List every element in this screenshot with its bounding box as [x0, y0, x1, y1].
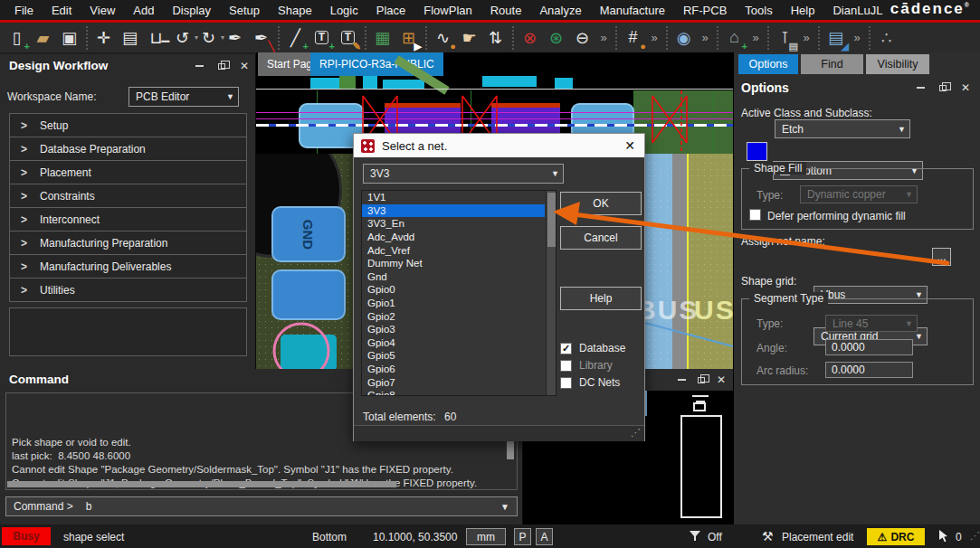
dc-nets-checkbox[interactable]: DC Nets — [560, 376, 625, 389]
move-icon[interactable]: ✛ — [90, 25, 117, 51]
window-restore-icon[interactable] — [698, 377, 705, 383]
menu-item[interactable]: DianLuJL — [823, 4, 891, 17]
ok-button[interactable]: OK — [560, 192, 642, 215]
checkbox-box[interactable] — [560, 360, 572, 372]
share-icon[interactable]: ∴ — [873, 25, 899, 51]
layer-color-swatch[interactable] — [747, 142, 767, 161]
browse-nets-button[interactable]: ... — [932, 248, 951, 266]
net-list-item[interactable]: Adc_Avdd — [362, 231, 545, 244]
workflow-item[interactable]: > Manufacturing Preparation — [9, 231, 247, 255]
net-list-item[interactable]: Gpio6 — [362, 363, 545, 376]
angle-field[interactable]: 0.0000 — [825, 339, 913, 355]
checkbox-box[interactable]: ✓ — [560, 343, 572, 354]
net-list-item[interactable]: Adc_Vref — [362, 243, 545, 257]
menu-item[interactable]: File — [5, 4, 43, 17]
net-list-item[interactable]: Gpio4 — [362, 336, 545, 350]
unpin-icon[interactable]: ✒ ╲ — [248, 25, 274, 51]
window-close-icon[interactable]: ✕ — [240, 61, 249, 71]
database-checkbox[interactable]: ✓ Database — [560, 342, 625, 354]
workflow-item[interactable]: > Setup — [9, 113, 247, 137]
redo-icon[interactable]: ↻ ▾ — [195, 25, 222, 51]
window-close-icon[interactable]: ✕ — [961, 82, 970, 93]
edit-mode-label[interactable]: Placement edit — [782, 531, 853, 543]
menu-item[interactable]: Tools — [736, 4, 781, 17]
a-button[interactable]: A — [536, 528, 553, 545]
copy-icon[interactable]: ▤ — [117, 25, 143, 51]
window-restore-icon[interactable] — [939, 85, 947, 91]
net-list-item[interactable]: Gpio0 — [362, 283, 545, 297]
edit-text-icon[interactable]: T ✎ — [335, 25, 361, 51]
more-chevron-icon[interactable]: » — [595, 25, 612, 51]
net-list-item[interactable]: Gpio8 — [362, 389, 545, 396]
zoom-out-icon[interactable]: ⊖ — [569, 25, 595, 51]
more-chevron-icon[interactable]: » — [849, 25, 865, 51]
menu-item[interactable]: RF-PCB — [674, 4, 736, 17]
ratsnest-components-icon[interactable]: ⊛ — [543, 25, 569, 51]
design-workflow-titlebar[interactable]: Design Workflow ✕ — [0, 54, 256, 78]
menu-item[interactable]: Add — [124, 4, 163, 17]
net-list-item[interactable]: Dummy Net — [362, 257, 545, 270]
filter-funnel-icon[interactable] — [690, 531, 701, 543]
ratsnest-all-icon[interactable]: ⊗ — [517, 25, 543, 51]
menu-item[interactable]: Route — [481, 4, 531, 17]
chip-pointer-icon[interactable]: ⊞ ▶ — [395, 25, 422, 51]
menu-item[interactable]: Setup — [220, 4, 269, 17]
open-icon[interactable]: ▰ — [30, 25, 56, 51]
net-list-item[interactable]: Gpio5 — [362, 349, 545, 363]
command-history-dropdown-icon[interactable]: ▼ — [500, 502, 509, 512]
menu-item[interactable]: Edit — [43, 4, 81, 17]
scrollbar-thumb[interactable] — [547, 193, 556, 247]
net-list-scrollbar[interactable] — [546, 191, 556, 395]
board-icon[interactable]: ▦ — [369, 25, 395, 51]
workflow-item[interactable]: > Manufacturing Deliverables — [9, 254, 247, 279]
more-chevron-icon[interactable]: » — [646, 25, 662, 51]
window-close-icon[interactable]: ✕ — [717, 374, 726, 385]
arc-radius-field[interactable]: 0.0000 — [825, 362, 913, 378]
menu-item[interactable]: FlowPlan — [414, 4, 480, 17]
resize-grip-icon[interactable]: ⋰ — [631, 427, 641, 439]
shape-add-icon[interactable]: ⌂ + — [721, 25, 747, 51]
workflow-item[interactable]: > Database Preparation — [9, 137, 247, 161]
net-list[interactable]: 1V1 3V3 3V3_En Adc_Avdd Adc_Vref — [361, 190, 557, 396]
window-restore-icon[interactable] — [218, 63, 225, 70]
menu-item[interactable]: Logic — [321, 4, 367, 17]
net-list-item[interactable]: Gnd — [362, 270, 545, 284]
cancel-button[interactable]: Cancel — [560, 226, 642, 250]
net-combobox[interactable]: 3V3 ▼ — [363, 164, 564, 184]
net-list-item[interactable]: 3V3 — [362, 204, 545, 218]
options-titlebar[interactable]: Options ✕ — [734, 76, 980, 99]
menu-item[interactable]: View — [81, 4, 124, 17]
menu-item[interactable]: Help — [782, 4, 824, 17]
delete-icon[interactable]: ⊔ ▔ — [143, 25, 169, 51]
more-chevron-icon[interactable]: » — [747, 25, 764, 51]
drill-legend-icon[interactable]: ⊺ ▤ — [772, 25, 798, 51]
net-list-item[interactable]: Gpio1 — [362, 297, 545, 310]
net-list-item[interactable]: Gpio3 — [362, 323, 545, 336]
grid-icon[interactable]: # ● — [620, 25, 646, 51]
visibility-eye-icon[interactable]: ◉ — [671, 25, 697, 51]
workspace-dropdown[interactable]: PCB Editor ▼ — [128, 87, 239, 107]
pan-hand-icon[interactable]: ☛ — [456, 25, 482, 51]
add-line-icon[interactable]: ╱ + — [282, 25, 309, 51]
window-minimize-icon[interactable] — [678, 379, 686, 381]
defer-fill-checkbox[interactable] — [749, 209, 761, 221]
workflow-item[interactable]: > Utilities — [9, 278, 247, 302]
dialog-titlebar[interactable]: Select a net. ✕ — [354, 134, 644, 157]
reports-icon[interactable]: ▤ ◢ — [823, 25, 849, 51]
tab-visibility[interactable]: Visibility — [866, 54, 929, 74]
menu-item[interactable]: Place — [367, 4, 415, 17]
menu-item[interactable]: Display — [163, 4, 220, 17]
class-dropdown[interactable]: Etch ▼ — [775, 119, 910, 138]
command-input-value[interactable]: b — [86, 500, 92, 513]
menu-item[interactable]: Shape — [269, 4, 321, 17]
pin-icon[interactable]: ✒ — [222, 25, 248, 51]
slide-icon[interactable]: ∿ ● — [430, 25, 456, 51]
net-list-item[interactable]: 1V1 — [362, 191, 545, 204]
mini-view-window[interactable] — [647, 391, 733, 524]
command-input-row[interactable]: Command > b ▼ — [5, 496, 518, 516]
undo-icon[interactable]: ↺ ▾ — [169, 25, 195, 51]
net-list-item[interactable]: Gpio2 — [362, 309, 545, 323]
dialog-close-icon[interactable]: ✕ — [624, 138, 635, 153]
net-list-item[interactable]: 3V3_En — [362, 217, 545, 231]
workflow-item[interactable]: > Placement — [9, 160, 247, 184]
